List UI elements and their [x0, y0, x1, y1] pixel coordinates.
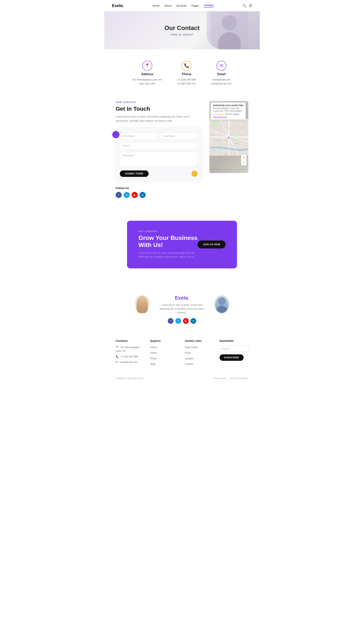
- linkedin-icon[interactable]: in: [140, 192, 146, 198]
- footer-address-icon: 📍: [116, 346, 119, 349]
- footer-email-icon: ✉: [116, 361, 118, 363]
- breadcrumb-separator: ●: [179, 33, 181, 37]
- join-us-button[interactable]: JOIN US NOW: [198, 241, 226, 249]
- map-zoom-in[interactable]: +: [241, 155, 246, 160]
- first-name-input[interactable]: [120, 132, 157, 139]
- last-name-input[interactable]: [160, 132, 198, 139]
- footer-contact[interactable]: Contact: [185, 362, 214, 366]
- contact-form-side: OUR CONTACT Get In Touch Lorem ipsum dol…: [116, 101, 202, 198]
- youtube-icon[interactable]: ▶: [132, 192, 138, 198]
- cta-content: GET STARTED Grow Your Business With Us! …: [138, 230, 198, 259]
- facebook-icon[interactable]: f: [116, 192, 122, 198]
- footer: Exela. Lorem ipsum dolor sit amet, conse…: [104, 284, 260, 385]
- svg-point-26: [228, 137, 229, 138]
- footer-person-left: [134, 295, 150, 314]
- footer-explore-title: Explore: [150, 339, 179, 342]
- nav-home[interactable]: Home: [152, 4, 160, 7]
- cta-section: GET STARTED Grow Your Business With Us! …: [127, 221, 237, 268]
- email-title: Email: [217, 73, 226, 76]
- footer-faqs[interactable]: FAQs: [185, 351, 214, 355]
- purple-blob-decoration: [112, 131, 120, 138]
- contact-phone: 📞 Phone +1 (234) 567 890 +0 (987) 654 32…: [177, 61, 196, 86]
- footer-youtube-icon[interactable]: ▶: [183, 318, 189, 324]
- footer-linkedin-icon[interactable]: in: [190, 318, 196, 324]
- form-actions: SUBMIT FORM: [120, 170, 198, 177]
- svg-rect-1: [211, 120, 219, 126]
- submit-form-button[interactable]: SUBMIT FORM: [120, 170, 149, 177]
- map-zoom-controls: + −: [241, 155, 246, 165]
- footer-newsletter-col: Newsletter SUBSCRIBE: [220, 339, 248, 368]
- phone-title: Phone: [182, 73, 191, 76]
- footer-copyright: Copyright © 2022 ASK Project: [116, 377, 144, 379]
- hero-section: Our Contact HOME ● CONTACT: [104, 11, 260, 49]
- svg-text:WESTMINSTER: WESTMINSTER: [215, 140, 221, 141]
- breadcrumb: HOME ● CONTACT: [171, 33, 194, 37]
- form-section-label: OUR CONTACT: [116, 101, 202, 104]
- footer-explore-faqs[interactable]: FAQs: [150, 357, 179, 360]
- footer-explore-home[interactable]: Home: [150, 345, 179, 349]
- map-biz-name: lastminute.com London Eye: [213, 104, 244, 107]
- navbar: Exela. Home About Services Pages Contact…: [104, 0, 260, 11]
- nav-about[interactable]: About: [164, 4, 172, 7]
- nav-services[interactable]: Services: [176, 4, 186, 7]
- nav-pages[interactable]: Pages: [192, 4, 199, 7]
- phone-icon: 📞: [182, 61, 192, 71]
- get-in-touch-section: OUR CONTACT Get In Touch Lorem ipsum dol…: [104, 93, 260, 209]
- privacy-policy-link[interactable]: Privacy Policy: [214, 377, 226, 379]
- terms-link[interactable]: Terms & Conditions: [230, 377, 248, 379]
- contact-form-card: SUBMIT FORM: [116, 127, 202, 181]
- footer-facebook-icon[interactable]: f: [168, 318, 174, 324]
- email-icon: ✉: [216, 61, 226, 71]
- footer-help-center[interactable]: Help Center: [185, 345, 214, 349]
- svg-text:PIMLICO: PIMLICO: [212, 150, 215, 151]
- follow-us-title: Follow Us: [116, 186, 202, 190]
- footer-center: Exela. Lorem ipsum dolor sit amet, conse…: [157, 295, 207, 324]
- svg-text:FARRINGDON: FARRINGDON: [239, 127, 244, 128]
- address-text: 457 Morningview Lane, NY New York USA: [132, 78, 162, 86]
- map-info-card: lastminute.com London Eye Riverside Buil…: [211, 102, 246, 120]
- contact-info-section: 📍 Address 457 Morningview Lane, NY New Y…: [104, 49, 260, 93]
- cta-description: Lorem ipsum dolor sit amet, consec tetur…: [138, 251, 198, 259]
- map-side: SOHO HOLBORN FARRINGDON WESTMINSTER LAMB…: [209, 101, 248, 198]
- twitter-icon[interactable]: 𝕏: [124, 192, 130, 198]
- footer-useful-links-title: Useful Links: [185, 339, 214, 342]
- footer-top: Exela. Lorem ipsum dolor sit amet, conse…: [116, 295, 248, 324]
- newsletter-email-input[interactable]: [220, 345, 248, 352]
- svg-text:LAMBETH: LAMBETH: [235, 143, 238, 144]
- footer-useful-links-col: Useful Links Help Center FAQs Support Co…: [185, 339, 214, 368]
- search-icon[interactable]: 🔍: [242, 4, 246, 8]
- yellow-blob-decoration: [192, 171, 198, 177]
- footer-logo: Exela.: [157, 295, 207, 301]
- map-footer-text: ©2022 Google · Terms of Use · Report a m…: [211, 168, 248, 172]
- form-name-row: [120, 132, 198, 139]
- menu-icon[interactable]: ☰: [249, 4, 252, 8]
- email-input[interactable]: [120, 142, 198, 149]
- subscribe-button[interactable]: SUBSCRIBE: [220, 354, 244, 361]
- footer-contacts-col: Contacts 📍 457 Morningview Lane, NY 📞 +1…: [116, 339, 145, 368]
- footer-support[interactable]: Support: [185, 357, 214, 360]
- form-title: Get In Touch: [116, 106, 202, 112]
- footer-grid: Contacts 📍 457 Morningview Lane, NY 📞 +1…: [116, 333, 248, 374]
- message-input[interactable]: [120, 152, 198, 167]
- svg-text:SOHO: SOHO: [212, 135, 215, 136]
- form-email-row: [120, 142, 198, 149]
- nav-contact[interactable]: Contact: [204, 4, 214, 8]
- nav-logo[interactable]: Exela.: [112, 3, 124, 8]
- footer-bottom: Copyright © 2022 ASK Project Privacy Pol…: [116, 374, 248, 379]
- map-rating: 4.5 ★★★★★ 134,741 reviews: [213, 113, 244, 115]
- map-view-larger[interactable]: View larger map: [213, 116, 244, 118]
- contact-email: ✉ Email exela@mail.com sample@mail.com: [211, 61, 232, 86]
- footer-explore-blog[interactable]: Blog: [150, 362, 179, 366]
- footer-twitter-icon[interactable]: 𝕏: [175, 318, 181, 324]
- map-container[interactable]: SOHO HOLBORN FARRINGDON WESTMINSTER LAMB…: [209, 101, 248, 173]
- footer-phone-item: 📞 +1 234 567 890: [116, 355, 145, 358]
- email-text: exela@mail.com sample@mail.com: [211, 78, 232, 86]
- map-address: Riverside Building, County Hall,London S…: [213, 107, 244, 112]
- social-icons-group: f 𝕏 ▶ in: [116, 192, 202, 198]
- svg-text:VAUXHALL: VAUXHALL: [238, 150, 242, 151]
- footer-explore-col: Explore Home About FAQs Blog: [150, 339, 179, 368]
- map-zoom-out[interactable]: −: [241, 160, 246, 165]
- contact-address: 📍 Address 457 Morningview Lane, NY New Y…: [132, 61, 162, 86]
- footer-explore-about[interactable]: About: [150, 351, 179, 355]
- footer-person-right: [214, 295, 230, 314]
